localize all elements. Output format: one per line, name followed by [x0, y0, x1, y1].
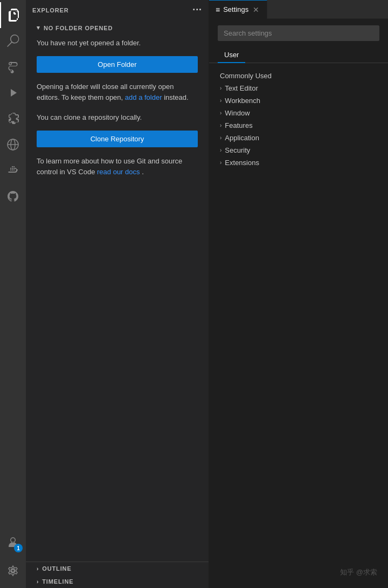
nav-item-workbench-label: Workbench: [225, 97, 260, 105]
user-tab[interactable]: User: [218, 47, 245, 63]
timeline-section[interactable]: › TIMELINE: [26, 575, 209, 588]
nav-item-window-label: Window: [225, 109, 250, 117]
activity-item-search[interactable]: [0, 28, 26, 54]
settings-tab-icon: ≡: [216, 5, 220, 14]
nav-item-text-editor-label: Text Editor: [225, 84, 258, 92]
nav-item-application[interactable]: › Application: [209, 132, 388, 144]
accounts-badge: 1: [14, 544, 23, 552]
add-folder-link[interactable]: add a folder: [125, 93, 162, 101]
extensions-chevron: ›: [220, 160, 221, 166]
explorer-title: EXPLORER: [32, 7, 69, 13]
clone-repository-button[interactable]: Clone Repository: [37, 131, 198, 147]
nav-item-security-label: Security: [225, 146, 250, 154]
activity-bar-bottom: 1: [0, 530, 26, 588]
add-folder-info: Opening a folder will close all currentl…: [37, 81, 198, 104]
settings-tabs: User: [209, 43, 388, 63]
main-panel: ≡ Settings ✕ User Commonly Used › Text E…: [209, 0, 388, 588]
nav-item-text-editor[interactable]: › Text Editor: [209, 82, 388, 94]
timeline-label: TIMELINE: [42, 578, 73, 585]
nav-item-extensions[interactable]: › Extensions: [209, 156, 388, 169]
no-folder-message: You have not yet opened a folder.: [37, 38, 198, 49]
activity-item-explorer[interactable]: [0, 2, 26, 28]
no-folder-title: ▾ NO FOLDER OPENED: [37, 20, 198, 38]
search-settings-input[interactable]: [218, 25, 379, 41]
activity-item-accounts[interactable]: 1: [0, 530, 26, 556]
nav-item-extensions-label: Extensions: [225, 159, 259, 167]
outline-section[interactable]: › OUTLINE: [26, 562, 209, 575]
nav-item-commonly-used[interactable]: Commonly Used: [209, 70, 388, 82]
nav-item-commonly-used-label: Commonly Used: [220, 72, 272, 80]
tab-bar: ≡ Settings ✕: [209, 0, 388, 19]
clone-text: You can clone a repository locally.: [37, 112, 198, 123]
nav-item-application-label: Application: [225, 134, 259, 142]
security-chevron: ›: [220, 147, 221, 153]
workbench-chevron: ›: [220, 98, 221, 104]
sidebar-bottom: › OUTLINE › TIMELINE: [26, 562, 209, 588]
read-docs-link[interactable]: read our docs: [97, 168, 140, 176]
activity-item-run[interactable]: [0, 80, 26, 106]
text-editor-chevron: ›: [220, 85, 221, 91]
watermark: 知乎 @求索: [340, 568, 377, 577]
outline-label: OUTLINE: [42, 565, 71, 572]
activity-item-source-control[interactable]: [0, 54, 26, 80]
activity-item-manage[interactable]: [0, 558, 26, 584]
open-folder-button[interactable]: Open Folder: [37, 56, 198, 73]
nav-item-features[interactable]: › Features: [209, 119, 388, 132]
activity-item-github[interactable]: [0, 183, 26, 209]
settings-tab[interactable]: ≡ Settings ✕: [209, 0, 267, 19]
activity-item-docker[interactable]: [0, 158, 26, 183]
nav-item-workbench[interactable]: › Workbench: [209, 94, 388, 107]
activity-item-extensions[interactable]: [0, 106, 26, 132]
features-chevron: ›: [220, 122, 221, 128]
timeline-chevron: ›: [37, 579, 39, 585]
settings-tab-label: Settings: [223, 5, 248, 13]
activity-bar: 1: [0, 0, 26, 588]
sidebar: EXPLORER ··· ▾ NO FOLDER OPENED You have…: [26, 0, 209, 588]
settings-content: User Commonly Used › Text Editor › Workb…: [209, 19, 388, 588]
activity-bar-top: [0, 2, 26, 530]
outline-chevron: ›: [37, 566, 39, 572]
nav-item-window[interactable]: › Window: [209, 107, 388, 119]
settings-nav: Commonly Used › Text Editor › Workbench …: [209, 63, 388, 175]
sidebar-header: EXPLORER ···: [26, 0, 209, 20]
activity-item-remote-explorer[interactable]: [0, 132, 26, 158]
learn-more-text: To learn more about how to use Git and s…: [37, 156, 198, 179]
nav-item-features-label: Features: [225, 121, 252, 129]
no-folder-section: ▾ NO FOLDER OPENED You have not yet open…: [26, 20, 209, 291]
window-chevron: ›: [220, 110, 221, 116]
settings-tab-close[interactable]: ✕: [252, 5, 260, 14]
application-chevron: ›: [220, 135, 221, 141]
search-bar-area: [209, 19, 388, 41]
nav-item-security[interactable]: › Security: [209, 144, 388, 156]
explorer-more-button[interactable]: ···: [192, 4, 202, 16]
